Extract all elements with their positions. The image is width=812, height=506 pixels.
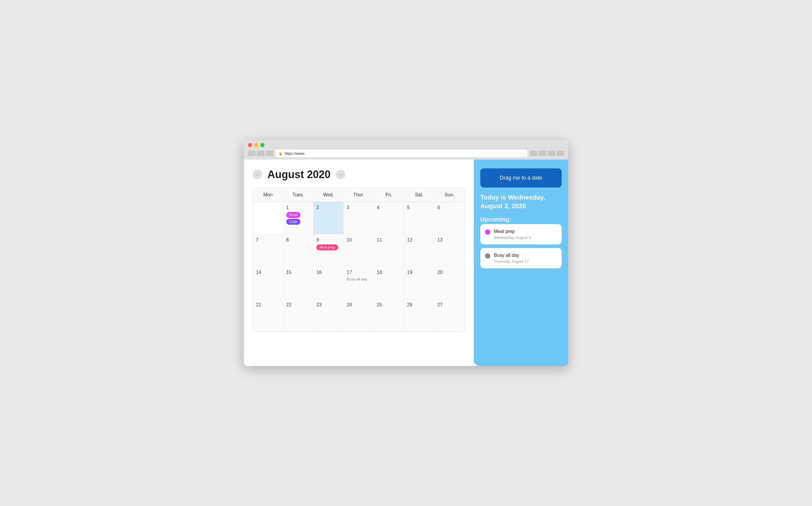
browser-toolbar: 🔒 https://www. (248, 150, 564, 157)
today-date-text: Today is Wednesday, August 2, 2020 (480, 193, 562, 210)
cal-cell-24[interactable]: 24 (344, 299, 374, 332)
cell-date: 18 (377, 270, 401, 275)
upcoming-card-meal-prep[interactable]: Meal prep Wednesday, August 9 (480, 224, 562, 244)
cell-date: 5 (407, 205, 431, 210)
cell-date: 4 (377, 205, 401, 210)
day-header-mon: Mon (253, 188, 283, 202)
cell-date: 21 (256, 302, 280, 308)
cal-cell-13[interactable]: 13 (434, 234, 465, 267)
upcoming-card-busy[interactable]: Busy all day Thursday, August 17 (480, 248, 562, 268)
cell-date: 7 (256, 237, 280, 243)
cell-date: 15 (286, 270, 310, 275)
upcoming-event-name-2: Busy all day (494, 253, 529, 258)
browser-chrome: 🔒 https://www. (244, 140, 568, 160)
maximize-button[interactable] (260, 143, 264, 147)
cell-date: 8 (286, 237, 310, 243)
cell-date: 16 (317, 270, 341, 275)
cell-date: 27 (437, 302, 462, 308)
action-btn-4[interactable] (556, 151, 564, 156)
event-meal-prep[interactable]: Meal prep (317, 244, 338, 250)
cell-date: 24 (347, 302, 371, 308)
upcoming-event-date: Wednesday, August 9 (494, 235, 531, 240)
minimize-button[interactable] (254, 143, 258, 147)
reload-button[interactable] (266, 151, 273, 156)
cal-cell-23[interactable]: 23 (313, 299, 344, 332)
cell-date: 13 (437, 237, 462, 243)
cal-cell-1[interactable]: 1 Read Cook (283, 202, 314, 234)
cal-cell-21[interactable]: 21 (253, 299, 283, 332)
cal-cell-11[interactable]: 11 (374, 234, 404, 267)
cal-cell-6[interactable]: 6 (434, 202, 465, 234)
event-cook[interactable]: Cook (286, 219, 300, 225)
forward-button[interactable] (257, 151, 264, 156)
event-busy-all-day: Busy all day (347, 277, 371, 281)
cal-cell-7[interactable]: 7 (253, 234, 283, 267)
calendar-section: ‹ August 2020 › Mon Tues. Wed. Thur. Fri… (244, 160, 474, 366)
cal-cell-4[interactable]: 4 (374, 202, 404, 234)
browser-content: ‹ August 2020 › Mon Tues. Wed. Thur. Fri… (244, 160, 568, 366)
cell-date: 17 (347, 270, 371, 275)
calendar-grid: Mon Tues. Wed. Thur. Fri. Sat. Sun. 1 (253, 188, 465, 332)
prev-month-button[interactable]: ‹ (253, 170, 262, 179)
cell-date: 2 (317, 205, 341, 210)
cal-cell-25[interactable]: 25 (374, 299, 404, 332)
sidebar: Drag me to a date Today is Wednesday, Au… (474, 160, 568, 366)
cell-date: 9 (317, 237, 341, 243)
cal-cell-18[interactable]: 18 (374, 267, 404, 299)
calendar-header: ‹ August 2020 › (253, 168, 465, 181)
cell-date: 6 (437, 205, 462, 210)
action-btn-3[interactable] (548, 151, 555, 156)
action-btn-1[interactable] (530, 151, 538, 156)
cal-cell-22[interactable]: 22 (283, 299, 314, 332)
event-read[interactable]: Read (286, 212, 301, 218)
month-title: August 2020 (267, 168, 331, 181)
event-dot-gray (485, 253, 490, 259)
cal-cell-5[interactable]: 5 (404, 202, 435, 234)
back-button[interactable] (248, 151, 256, 156)
cell-date: 19 (407, 270, 431, 275)
day-header-thu: Thur. (344, 188, 374, 202)
cell-date: 14 (256, 270, 280, 275)
cal-cell-16[interactable]: 16 (313, 267, 344, 299)
cal-cell-2-today[interactable]: 2 (313, 202, 344, 234)
browser-window: 🔒 https://www. ‹ August 2020 › Mon (244, 140, 568, 366)
calendar-body: 1 Read Cook 2 3 (253, 202, 465, 332)
cal-cell-8[interactable]: 8 (283, 234, 314, 267)
day-header-sat: Sat. (404, 188, 435, 202)
cell-date: 25 (377, 302, 401, 308)
cell-date: 12 (407, 237, 431, 243)
cell-date: 1 (286, 205, 310, 210)
cal-cell-27[interactable]: 27 (434, 299, 465, 332)
browser-action-buttons (530, 151, 564, 156)
drag-to-date-button[interactable]: Drag me to a date (480, 168, 562, 187)
cell-date: 3 (347, 205, 371, 210)
cal-cell-12[interactable]: 12 (404, 234, 435, 267)
cal-cell-9[interactable]: 9 Meal prep (313, 234, 344, 267)
day-header-tue: Tues. (283, 188, 314, 202)
traffic-lights (248, 143, 564, 147)
cal-cell-empty[interactable] (253, 202, 283, 234)
cal-cell-3[interactable]: 3 (344, 202, 374, 234)
upcoming-event-date-2: Thursday, August 17 (494, 259, 529, 264)
event-dot-pink (485, 230, 490, 235)
cal-cell-19[interactable]: 19 (404, 267, 435, 299)
nav-buttons (248, 151, 273, 156)
cal-cell-10[interactable]: 10 (344, 234, 374, 267)
day-header-sun: Sun. (434, 188, 465, 202)
address-bar[interactable]: 🔒 https://www. (276, 150, 528, 157)
cell-date: 20 (437, 270, 462, 275)
next-month-button[interactable]: › (336, 170, 345, 179)
cal-cell-17[interactable]: 17 Busy all day (344, 267, 374, 299)
cal-cell-14[interactable]: 14 (253, 267, 283, 299)
cell-date: 11 (377, 237, 401, 243)
calendar-days-header: Mon Tues. Wed. Thur. Fri. Sat. Sun. (253, 188, 465, 202)
cal-cell-26[interactable]: 26 (404, 299, 435, 332)
upcoming-label: Upcoming: (480, 216, 562, 223)
action-btn-2[interactable] (539, 151, 546, 156)
cell-date: 10 (347, 237, 371, 243)
close-button[interactable] (248, 143, 252, 147)
cal-cell-15[interactable]: 15 (283, 267, 314, 299)
cell-date: 26 (407, 302, 431, 308)
day-header-wed: Wed. (313, 188, 344, 202)
cal-cell-20[interactable]: 20 (434, 267, 465, 299)
